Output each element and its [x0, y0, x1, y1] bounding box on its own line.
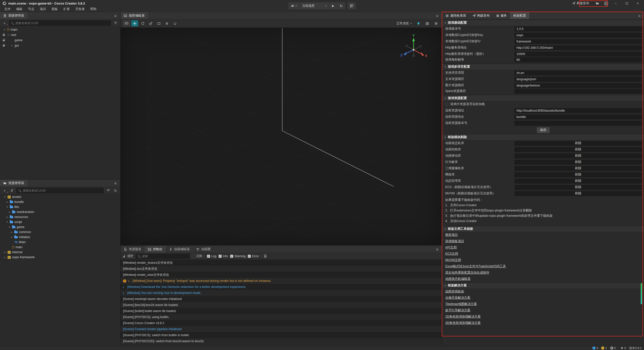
orientation-gizmo[interactable]: Y X Z: [398, 34, 429, 64]
tree-node-root[interactable]: ▾ root: [0, 32, 120, 37]
asset-node-seedrandom[interactable]: ▸seedrandom: [0, 209, 120, 214]
doc-link[interactable]: Excel格式转Json文件与TypeScript代码工具: [442, 263, 506, 270]
maximize-button[interactable]: [623, 1, 630, 5]
play-button[interactable]: ▶: [329, 2, 337, 9]
log-row[interactable]: [Scene] Cocos Creator v3.8.2: [120, 320, 442, 326]
tree-node-game[interactable]: game: [0, 37, 120, 43]
chevron-right-icon[interactable]: ▸: [10, 236, 13, 238]
asset-node-resources[interactable]: ▸resources: [0, 214, 120, 220]
section-header[interactable]: ▾框架文档工具链接: [442, 226, 644, 232]
asset-node-internal[interactable]: ▸internal: [0, 250, 120, 255]
section-header[interactable]: ▾游戏基础配置: [442, 20, 644, 26]
text-input[interactable]: http://localhost:8083/assets/bundle: [514, 108, 642, 113]
tab-assets[interactable]: 资源管理器: [0, 180, 27, 187]
trim-module-button[interactable]: 剔除: [514, 166, 642, 171]
tab-animation-graph[interactable]: 动画图: [193, 246, 214, 253]
device-preview-button[interactable]: [348, 2, 356, 9]
chevron-down-icon[interactable]: ▾: [3, 28, 6, 31]
assets-filter-button[interactable]: [105, 188, 111, 193]
trim-module-button[interactable]: 剔除: [514, 191, 642, 196]
chevron-down-icon[interactable]: ▾: [6, 221, 9, 223]
text-input[interactable]: bundle: [514, 114, 642, 119]
text-input[interactable]: 10000: [514, 52, 642, 57]
chevron-down-icon[interactable]: ▾: [7, 34, 10, 36]
text-input[interactable]: zh,en: [514, 70, 642, 75]
solution-link[interactable]: 全栈开发解决方案: [442, 295, 470, 301]
add-asset-button[interactable]: +▾: [2, 188, 7, 193]
chevron-down-icon[interactable]: ▾: [6, 206, 9, 208]
chevron-right-icon[interactable]: ▸: [6, 201, 9, 203]
log-row[interactable]: [Window] render_texture文件夹存在: [120, 260, 442, 266]
doc-link[interactable]: 原生包热更新配置自动生成插件: [442, 270, 489, 276]
asset-node-script[interactable]: ▾script: [0, 220, 120, 225]
asset-node-common[interactable]: ▸common: [0, 230, 120, 235]
filter-info-checkbox[interactable]: Info: [219, 254, 228, 258]
trim-module-button[interactable]: 剔除: [514, 141, 642, 146]
asset-node-oops-framework[interactable]: ▸oops-framework: [0, 255, 120, 260]
trim-module-button[interactable]: 剔除: [514, 172, 642, 177]
assets-refresh-button[interactable]: ↻: [113, 188, 118, 193]
text-input[interactable]: http://192.168.0.150/main/: [514, 45, 642, 50]
log-row-info[interactable]: [Scene] Forward render pipeline initiali…: [120, 326, 442, 332]
panel-menu-icon[interactable]: ≡: [635, 12, 644, 19]
log-row-info[interactable]: ›[Window] You are running Vue in develop…: [120, 290, 442, 296]
section-header[interactable]: ▾框架解决方案: [442, 283, 644, 288]
log-row[interactable]: [Scene] [PHYSICS]: switch from builtin t…: [120, 332, 442, 338]
tab-animation-editor[interactable]: 动画编辑器: [166, 246, 193, 253]
trim-module-button[interactable]: 剔除: [514, 160, 642, 165]
rotate-tool-button[interactable]: [139, 20, 146, 26]
asset-node-bundle[interactable]: ▸bundle: [0, 199, 120, 204]
doc-link[interactable]: MVVM文档: [442, 257, 461, 263]
error-count-badge[interactable]: ×0: [610, 346, 616, 349]
expand-icon[interactable]: ›: [128, 279, 131, 283]
filter-log-checkbox[interactable]: Log: [207, 254, 216, 258]
trim-module-button[interactable]: 剔除: [514, 185, 642, 190]
move-tool-button[interactable]: [131, 20, 138, 26]
close-button[interactable]: ×: [634, 1, 641, 5]
scrollbar-thumb[interactable]: [641, 283, 642, 304]
asset-node-Main[interactable]: TSMain: [0, 240, 120, 245]
save-button[interactable]: 保存: [537, 127, 550, 133]
section-header[interactable]: ▾游戏多语言配置: [442, 64, 644, 70]
doc-link[interactable]: 动画状态机编辑器: [442, 276, 470, 282]
filter-warning-checkbox[interactable]: Warning: [230, 254, 246, 258]
tab-framework-config[interactable]: 框架配置: [510, 12, 529, 19]
hierarchy-search-input[interactable]: [15, 21, 109, 25]
menu-panel[interactable]: 面板: [49, 7, 61, 11]
text-input[interactable]: 1.0.5: [514, 26, 642, 31]
console-search[interactable]: [136, 254, 190, 259]
solution-link[interactable]: 新手引导解决方案: [442, 307, 470, 314]
solution-link[interactable]: 3D角色扮演游戏解决方案: [442, 320, 481, 326]
export-log-button[interactable]: [264, 254, 267, 258]
solution-link[interactable]: 战棋游戏框架: [442, 288, 464, 295]
hierarchy-filter-button[interactable]: [113, 20, 118, 26]
tab-build[interactable]: 构建发布: [469, 12, 493, 19]
scene-camera-button[interactable]: [424, 20, 431, 26]
chevron-right-icon[interactable]: ▸: [6, 216, 9, 218]
menu-help[interactable]: 帮助: [88, 7, 99, 11]
tab-service[interactable]: 服务: [493, 12, 510, 19]
asset-node-assets[interactable]: ▾assets: [0, 194, 120, 199]
log-row-info[interactable]: ›[Window] Download the Vue Devtools exte…: [120, 284, 442, 290]
assets-search-input[interactable]: [22, 189, 102, 192]
chevron-down-icon[interactable]: ▾: [4, 196, 6, 198]
info-count-badge[interactable]: i3: [592, 346, 598, 349]
add-node-button[interactable]: +▾: [2, 20, 7, 26]
trim-module-button[interactable]: 剔除: [514, 179, 642, 184]
scene-viewport[interactable]: Y X Z: [120, 28, 442, 245]
clear-console-button[interactable]: 清空: [123, 254, 133, 258]
section-header[interactable]: ▾框架模块剔除: [442, 134, 644, 140]
chevron-right-icon[interactable]: ▸: [4, 251, 6, 253]
log-row-warning[interactable]: !›[Window] [Vue warn]: Property "onInput…: [120, 278, 442, 284]
log-row[interactable]: [Scene] [bullet]:bullet wasm lib loaded.: [120, 308, 442, 314]
tab-console[interactable]: 控制台: [145, 246, 166, 253]
menu-extension[interactable]: 扩展: [61, 7, 72, 11]
regex-checkbox[interactable]: 正则: [192, 254, 202, 258]
chevron-down-icon[interactable]: ▾: [8, 226, 11, 228]
scale-tool-button[interactable]: [147, 20, 154, 26]
tab-scene-editor[interactable]: 场景编辑器: [120, 12, 148, 19]
menu-developer[interactable]: 开发者: [72, 7, 88, 11]
rect-tool-button[interactable]: [155, 20, 162, 26]
tree-node-main[interactable]: ▾ main: [0, 27, 120, 32]
notification-badge[interactable]: 0: [621, 346, 626, 349]
